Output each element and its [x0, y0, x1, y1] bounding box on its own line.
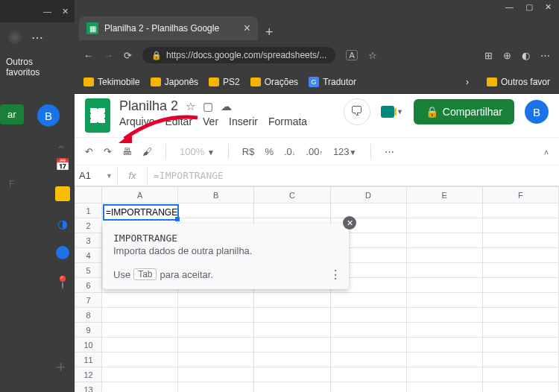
- fill-handle[interactable]: [175, 217, 180, 221]
- favorite-star-icon[interactable]: ☆: [368, 50, 377, 61]
- row-header[interactable]: 12: [75, 367, 102, 382]
- row-header[interactable]: 3: [75, 233, 102, 248]
- reader-badge[interactable]: A: [346, 50, 357, 60]
- tooltip-more-icon[interactable]: ⋮: [329, 268, 341, 282]
- side-apps-rail: 📅 ◑ 📍: [55, 157, 70, 289]
- column-header[interactable]: B: [178, 187, 254, 203]
- percent-button[interactable]: %: [265, 146, 274, 157]
- menu-format[interactable]: Formata: [268, 116, 307, 127]
- favorites-label: Outros favoritos: [0, 52, 75, 82]
- collections-icon[interactable]: ⊕: [503, 50, 511, 61]
- calendar-icon[interactable]: 📅: [55, 157, 70, 171]
- select-all-corner[interactable]: [75, 187, 102, 203]
- column-header[interactable]: F: [482, 187, 558, 203]
- row-header[interactable]: 4: [75, 248, 102, 263]
- active-cell[interactable]: =IMPORTRANGE: [103, 204, 179, 221]
- move-icon[interactable]: ▢: [203, 100, 213, 113]
- close-icon[interactable]: ✕: [62, 7, 69, 16]
- column-header[interactable]: D: [330, 187, 406, 203]
- bookmark-translator[interactable]: GTradutor: [309, 77, 356, 87]
- keep-icon[interactable]: [55, 186, 70, 201]
- column-label: F: [9, 179, 14, 189]
- bookmark-folder[interactable]: Outros favor: [487, 77, 550, 87]
- url-field[interactable]: 🔒 https://docs.google.com/spreadsheets/.…: [142, 47, 335, 63]
- row-header[interactable]: 5: [75, 263, 102, 278]
- tab-close-icon[interactable]: ×: [244, 22, 250, 35]
- row-header[interactable]: 1: [75, 203, 102, 218]
- paint-format-icon[interactable]: 🖌: [142, 146, 152, 157]
- bookmark-folder[interactable]: PS2: [209, 77, 240, 87]
- add-app-icon[interactable]: +: [56, 358, 66, 377]
- row-header[interactable]: 8: [75, 308, 102, 323]
- toolbar: ↶ ↷ 🖶 🖌 100% ▼ R$ % .0↓ .00↑ 123▼ ⋯ ʌ: [75, 137, 559, 165]
- increase-decimal-button[interactable]: .00↑: [306, 146, 323, 157]
- comments-button[interactable]: 🗨: [344, 98, 370, 125]
- close-icon[interactable]: ✕: [545, 2, 552, 12]
- menu-edit[interactable]: Editar: [165, 116, 192, 127]
- row-header[interactable]: 6: [75, 278, 102, 293]
- cloud-icon[interactable]: ☁: [221, 100, 232, 113]
- row-header[interactable]: 11: [75, 353, 102, 367]
- formula-input[interactable]: =IMPORTRANGE: [148, 167, 230, 184]
- redo-icon[interactable]: ↷: [104, 146, 112, 157]
- meet-button[interactable]: ▼: [381, 103, 403, 121]
- contacts-icon[interactable]: [56, 246, 69, 259]
- reload-icon[interactable]: ⟳: [124, 50, 132, 61]
- column-header[interactable]: A: [102, 187, 178, 203]
- number-format-select[interactable]: 123▼: [333, 146, 357, 157]
- account-badge-left[interactable]: B: [37, 104, 60, 127]
- sheets-logo-icon[interactable]: [85, 98, 110, 133]
- currency-button[interactable]: R$: [242, 146, 255, 157]
- bookmark-folder[interactable]: Japonês: [151, 77, 198, 87]
- minimize-icon[interactable]: —: [43, 7, 51, 16]
- bookmark-label: Tradutor: [323, 77, 356, 87]
- maximize-icon[interactable]: ▢: [525, 2, 533, 12]
- bookmarks-overflow-icon[interactable]: ›: [466, 77, 469, 87]
- undo-icon[interactable]: ↶: [85, 146, 93, 157]
- folder-icon: [83, 78, 94, 86]
- name-box[interactable]: A1 ▼: [75, 167, 118, 184]
- menu-insert[interactable]: Inserir: [229, 116, 258, 127]
- extensions-icon[interactable]: ⊞: [484, 50, 493, 61]
- account-badge[interactable]: B: [525, 100, 549, 124]
- tab-strip: ▦ Planilha 2 - Planilhas Google × +: [75, 13, 559, 40]
- tasks-icon[interactable]: ◑: [55, 216, 70, 231]
- bookmark-folder[interactable]: Orações: [250, 77, 298, 87]
- menu-view[interactable]: Ver: [203, 116, 218, 127]
- row-header[interactable]: 9: [75, 323, 102, 338]
- more-icon[interactable]: ⋯: [31, 31, 44, 45]
- browser-window: — ▢ ✕ ▦ Planilha 2 - Planilhas Google × …: [75, 0, 559, 392]
- back-icon[interactable]: ←: [83, 50, 93, 61]
- chevron-up-icon[interactable]: ⌃: [56, 143, 66, 157]
- menu-file[interactable]: Arquivo: [119, 116, 154, 127]
- minimize-icon[interactable]: —: [505, 2, 514, 11]
- browser-menu-icon[interactable]: ⋯: [540, 50, 550, 61]
- row-header[interactable]: 13: [75, 382, 102, 393]
- avatar-icon[interactable]: [6, 28, 24, 46]
- row-header[interactable]: 10: [75, 338, 102, 353]
- row-header[interactable]: 2: [75, 218, 102, 233]
- decrease-decimal-button[interactable]: .0↓: [284, 146, 295, 157]
- tooltip-close-icon[interactable]: ✕: [343, 216, 356, 230]
- more-toolbar-icon[interactable]: ⋯: [385, 146, 394, 157]
- profile-icon[interactable]: ◐: [522, 50, 530, 61]
- browser-tab[interactable]: ▦ Planilha 2 - Planilhas Google ×: [79, 16, 258, 40]
- row-header[interactable]: 7: [75, 293, 102, 308]
- share-button[interactable]: 🔒 Compartilhar: [414, 99, 514, 124]
- bookmark-label: Tekimobile: [98, 77, 140, 87]
- bookmark-folder[interactable]: Tekimobile: [83, 77, 140, 87]
- star-icon[interactable]: ☆: [186, 100, 195, 113]
- print-icon[interactable]: 🖶: [122, 146, 132, 157]
- column-header[interactable]: E: [406, 187, 482, 203]
- new-tab-button[interactable]: +: [258, 25, 281, 40]
- column-header[interactable]: C: [254, 187, 330, 203]
- document-title[interactable]: Planilha 2: [119, 98, 178, 114]
- forward-icon[interactable]: →: [104, 50, 113, 61]
- tab-key-badge: Tab: [133, 268, 157, 280]
- zoom-select[interactable]: 100% ▼: [180, 146, 215, 157]
- collapse-toolbar-icon[interactable]: ʌ: [544, 148, 549, 156]
- spreadsheet-grid[interactable]: A B C D E F 1 2 3 4 5 6 7 8 9 10 11 12: [75, 186, 559, 392]
- name-box-dropdown-icon[interactable]: ▼: [106, 172, 113, 180]
- maps-icon[interactable]: 📍: [55, 274, 70, 289]
- left-green-button[interactable]: ar: [0, 104, 24, 124]
